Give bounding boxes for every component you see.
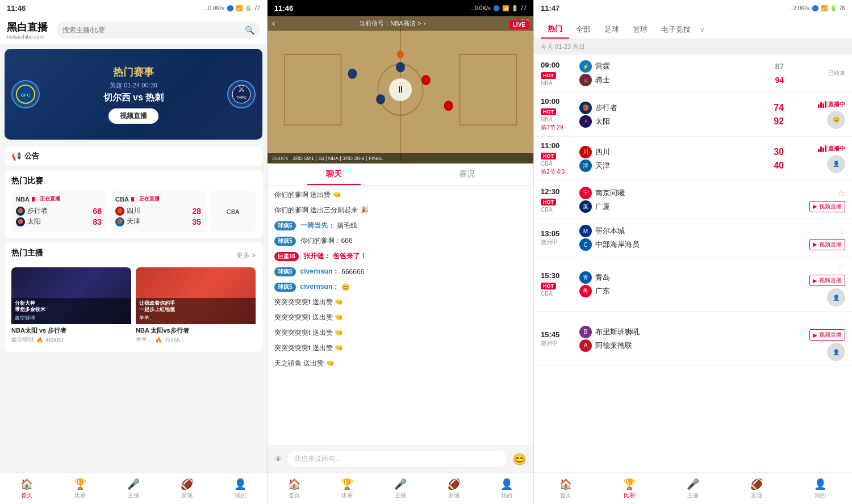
nav-streamers[interactable]: 🎤 主播 bbox=[107, 473, 160, 504]
star-button-4[interactable]: ☆ bbox=[837, 226, 845, 237]
chat-tabs: 聊天 赛况 bbox=[268, 163, 533, 186]
suns-icon: 🏀 bbox=[16, 217, 25, 226]
pause-overlay[interactable]: ⏸ bbox=[389, 78, 412, 101]
p2-nav-games[interactable]: 🏆 比赛 bbox=[321, 473, 374, 504]
star-button-5[interactable]: ☆ bbox=[837, 262, 845, 272]
p3-nav-discover[interactable]: 🏈 发现 bbox=[725, 473, 788, 504]
chat-messages[interactable]: 你们的爹啊 送出赞 🤜 你们的爹啊 送出三分刷起来 🎉 球疯5 一骑当先： 搞毛… bbox=[268, 186, 533, 445]
tab-chat[interactable]: 聊天 bbox=[268, 163, 400, 185]
p3-nav-streamers[interactable]: 🎤 主播 bbox=[661, 473, 725, 504]
match-item-5[interactable]: 15:30 HOT CBA 青 青岛 粤 广东 ☆ ▶ 视频直播 bbox=[534, 257, 852, 312]
p3-nav-games-label: 比赛 bbox=[624, 492, 635, 499]
team2-name-4: 中部海岸海员 bbox=[595, 240, 784, 250]
video-btn-5[interactable]: ▶ 视频直播 bbox=[809, 275, 845, 286]
video-btn-6[interactable]: ▶ 视频直播 bbox=[809, 329, 845, 341]
tab-match[interactable]: 赛况 bbox=[400, 163, 533, 185]
hot-games-title: 热门比赛 bbox=[11, 176, 256, 186]
more-button[interactable]: 更多 > bbox=[236, 251, 256, 261]
badge-6: 球疯5 bbox=[274, 283, 296, 292]
team1-name-0: 雷霆 bbox=[595, 61, 771, 72]
match-item-6[interactable]: 15:45 澳洲甲 B 布里斯班狮吼 A 阿德莱德联 ☆ ▶ 视频直播 bbox=[534, 312, 852, 366]
p2-nav-streamers[interactable]: 🎤 主播 bbox=[374, 473, 427, 504]
games-grid: NBA 正在直播 🏀 步行者 68 🏀 太阳 83 bbox=[11, 191, 256, 232]
pause-button[interactable]: ⏸ bbox=[389, 78, 412, 101]
team2-logo-2: 津 bbox=[579, 159, 592, 172]
cba-game-card[interactable]: CBA 正在直播 🏀 四川 28 🏀 天津 35 bbox=[111, 191, 206, 232]
search-input[interactable] bbox=[62, 26, 245, 34]
tab-basketball[interactable]: 篮球 bbox=[626, 21, 654, 38]
streamer-name-label-1: 羊羊。 bbox=[136, 336, 153, 344]
nav-home[interactable]: 🏠 首页 bbox=[0, 473, 53, 504]
star-button-3[interactable]: ☆ bbox=[837, 188, 845, 199]
tab-hot[interactable]: 热门 bbox=[541, 20, 569, 39]
tab-esports[interactable]: 电子竞技 bbox=[654, 21, 698, 38]
signal-text: ...0.0K/s bbox=[203, 5, 224, 11]
tab-football[interactable]: 足球 bbox=[598, 21, 626, 38]
nav-profile[interactable]: 👤 我的 bbox=[214, 473, 267, 504]
p2-nav-profile[interactable]: 👤 我的 bbox=[480, 473, 533, 504]
team2-score-0: 94 bbox=[775, 75, 784, 85]
match-list[interactable]: 09:00 HOT NBA ⚡ 雷霆 87 ⚔ 骑士 94 已结束 bbox=[534, 54, 852, 472]
p3-nav-profile[interactable]: 👤 我的 bbox=[788, 473, 852, 504]
msg-text-6: 球疯5 civernsun： 😊 bbox=[274, 282, 527, 292]
league-3: CBA bbox=[541, 207, 575, 213]
chat-input-field[interactable]: 我也来说两句... bbox=[287, 450, 508, 468]
streamer-card-1[interactable]: 让我牵着你的手一起步上红地毯 羊羊。 NBA 太阳vs步行者 羊羊。 🔥 251… bbox=[136, 267, 256, 346]
sichuan-icon: 🏀 bbox=[115, 207, 124, 216]
p2-nav-profile-label: 我的 bbox=[501, 492, 512, 499]
match-item-4[interactable]: 13:05 澳洲甲 M 墨尔本城 C 中部海岸海员 ☆ ▶ 视频直播 bbox=[534, 219, 852, 257]
video-player[interactable]: ‹ 当前信号：NBA高清 > › ✏ ⛶ LIVE ⏸ 264K/s 3RD 5… bbox=[268, 16, 533, 163]
star-button-6[interactable]: ☆ bbox=[837, 316, 845, 327]
team1-row-6: B 布里斯班狮吼 bbox=[579, 326, 784, 338]
teams-1: 🏀 步行者 74 ☀ 太阳 92 bbox=[575, 100, 788, 129]
match-item-3[interactable]: 12:30 HOT CBA 宁 南京同曦 厦 广厦 ☆ ▶ 视频直播 bbox=[534, 181, 852, 219]
badge-5: 球疯5 bbox=[274, 267, 296, 276]
video-btn-4[interactable]: ▶ 视频直播 bbox=[809, 239, 845, 250]
match-item-0[interactable]: 09:00 HOT NBA ⚡ 雷霆 87 ⚔ 骑士 94 已结束 bbox=[534, 54, 852, 93]
team1-logo-5: 青 bbox=[579, 271, 592, 284]
streamer-thumb-1: 让我牵着你的手一起步上红地毯 羊羊。 bbox=[136, 267, 256, 324]
search-bar[interactable]: 🔍 bbox=[57, 22, 260, 39]
chat-msg-7: 突突突突突t 送出赞 🤜 bbox=[274, 297, 527, 307]
match-time-1: 10:00 HOT NBA 第3节 29 bbox=[541, 97, 575, 132]
p2-nav-discover[interactable]: 🏈 发现 bbox=[427, 473, 481, 504]
tabs-more-icon[interactable]: ∨ bbox=[700, 26, 705, 33]
nba-game-card[interactable]: NBA 正在直播 🏀 步行者 68 🏀 太阳 83 bbox=[11, 191, 106, 232]
wifi-icon: 📶 bbox=[236, 5, 243, 11]
streamer-match-0: NBA太阳 vs 步行者 bbox=[11, 326, 131, 335]
streamer-info-1: NBA 太阳vs步行者 羊羊。 🔥 25155 bbox=[136, 324, 256, 346]
bar1 bbox=[818, 104, 820, 108]
team2-name-1: 太阳 bbox=[595, 116, 758, 127]
match-item-1[interactable]: 10:00 HOT NBA 第3节 29 🏀 步行者 74 ☀ 太阳 92 bbox=[534, 93, 852, 137]
chat-msg-8: 突突突突突t 送出赞 🤜 bbox=[274, 313, 527, 322]
p3-nav-home[interactable]: 🏠 首页 bbox=[534, 473, 598, 504]
p3-nav-games[interactable]: 🏆 比赛 bbox=[598, 473, 661, 504]
promo-banner[interactable]: CFC 热门赛事 英超 01-24 00:30 切尔西 vs 热刺 视频直播 ⚔… bbox=[5, 49, 262, 140]
team1-logo-6: B bbox=[579, 326, 592, 338]
match-right-1: 直播中 😊 bbox=[788, 100, 845, 129]
p2-nav-home[interactable]: 🏠 首页 bbox=[268, 473, 321, 504]
cba2-card[interactable]: CBA bbox=[210, 191, 256, 232]
svg-text:THFC: THFC bbox=[236, 95, 247, 99]
video-label-6: 视频直播 bbox=[819, 331, 842, 339]
banner-watch-button[interactable]: 视频直播 bbox=[108, 108, 158, 124]
p3-home-icon: 🏠 bbox=[559, 478, 572, 490]
live-text-1: 直播中 bbox=[828, 100, 845, 108]
banner-team1: CFC bbox=[11, 80, 40, 108]
team1-row-2: 川 四川 30 bbox=[579, 146, 784, 158]
p2-trophy-icon: 🏆 bbox=[341, 478, 353, 490]
match-item-2[interactable]: 11:00 HOT CBA 第2节 4:3 川 四川 30 津 天津 40 bbox=[534, 137, 852, 181]
tottenham-logo: ⚔ THFC bbox=[227, 80, 256, 108]
nav-games[interactable]: 🏆 比赛 bbox=[53, 473, 107, 504]
video-label-4: 视频直播 bbox=[819, 241, 842, 249]
teams-2: 川 四川 30 津 天津 40 bbox=[575, 145, 788, 173]
team2-name-3: 广厦 bbox=[595, 201, 784, 212]
cba-live-badge: 正在直播 bbox=[131, 195, 160, 203]
emoji-button[interactable]: 😊 bbox=[512, 452, 527, 466]
tab-all[interactable]: 全部 bbox=[569, 21, 598, 38]
back-button[interactable]: ‹ bbox=[272, 18, 275, 28]
nav-discover[interactable]: 🏈 发现 bbox=[160, 473, 214, 504]
team1-row-4: M 墨尔本城 bbox=[579, 225, 784, 237]
video-btn-3[interactable]: ▶ 视频直播 bbox=[809, 201, 845, 212]
streamer-card-0[interactable]: 分析大神带您多金收米 鑫空聊球 NBA太阳 vs 步行者 鑫空聊球 🔥 4600… bbox=[11, 267, 131, 346]
